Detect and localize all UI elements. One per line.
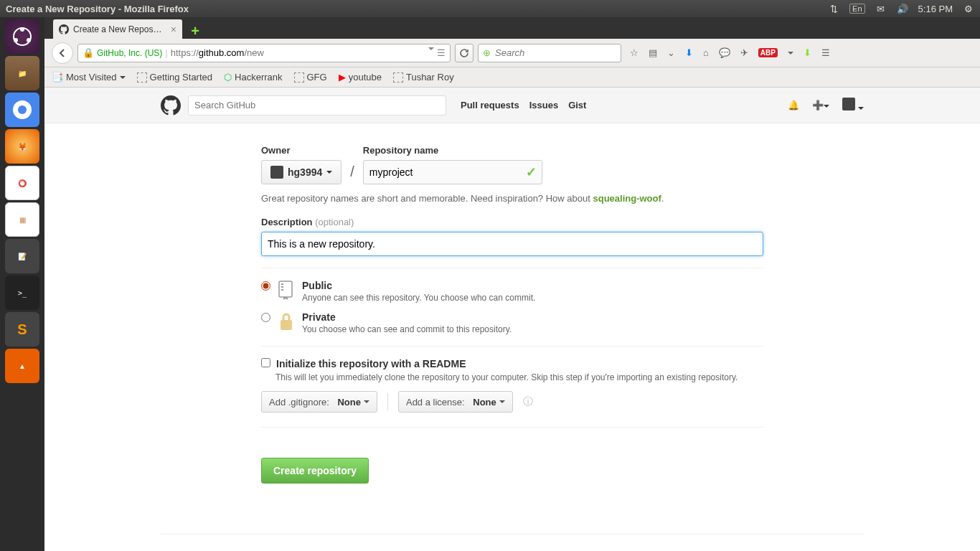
sound-icon[interactable]: 🔊 (897, 3, 908, 14)
window-title: Create a New Repository - Mozilla Firefo… (6, 4, 189, 14)
clock[interactable]: 5:16 PM (918, 4, 953, 14)
system-tray: ⇅ En ✉ 🔊 5:16 PM ⚙ (828, 3, 974, 14)
mail-icon[interactable]: ✉ (875, 3, 887, 14)
keyboard-lang[interactable]: En (849, 4, 864, 14)
gear-icon[interactable]: ⚙ (963, 3, 974, 14)
ubuntu-titlebar: Create a New Repository - Mozilla Firefo… (0, 0, 980, 17)
network-icon[interactable]: ⇅ (828, 3, 839, 14)
